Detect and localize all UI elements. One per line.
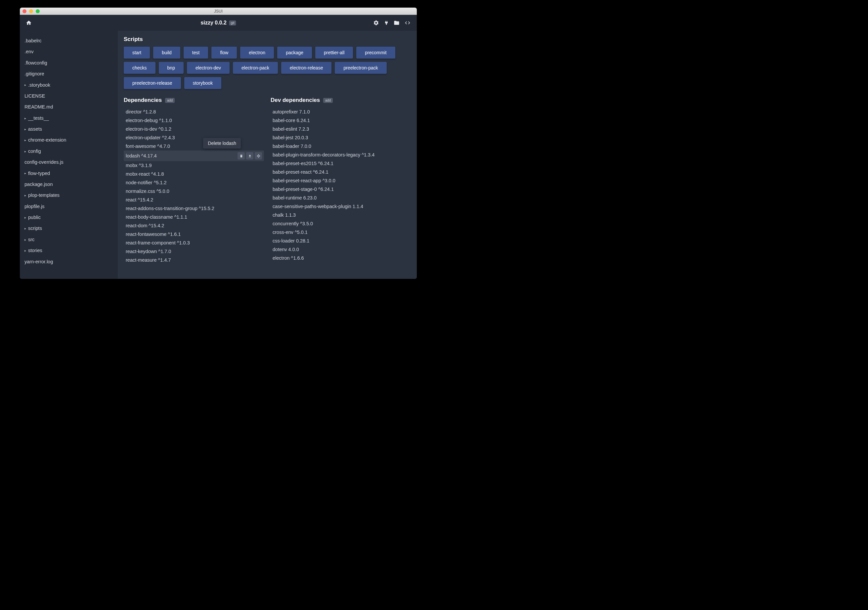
dependency-item[interactable]: node-notifier ^5.1.2 [124,178,264,187]
file-item[interactable]: .flowconfig [20,57,118,68]
dev-dependency-item[interactable]: babel-core 6.24.1 [271,116,411,125]
folder-item[interactable]: assets [20,124,118,135]
dev-dependency-item[interactable]: case-sensitive-paths-webpack-plugin 1.1.… [271,202,411,211]
file-item[interactable]: .env [20,46,118,57]
script-button[interactable]: electron-pack [233,62,278,74]
script-button[interactable]: bnp [159,62,184,74]
dependency-item[interactable]: react-dom ^15.4.2 [124,221,264,230]
script-button[interactable]: flow [211,46,237,59]
git-badge[interactable]: git [229,20,236,25]
script-button[interactable]: electron-release [281,62,332,74]
scripts-title: Scripts [124,36,143,43]
dependency-item[interactable]: react-body-classname ^1.1.1 [124,213,264,221]
folder-item[interactable]: __tests__ [20,113,118,124]
dev-dependency-item[interactable]: cross-env ^5.0.1 [271,228,411,237]
dependency-item[interactable]: react-measure ^1.4.7 [124,256,264,264]
code-icon[interactable] [404,20,411,26]
file-name: LICENSE [25,92,45,100]
dev-dependency-item[interactable]: babel-preset-react-app ^3.0.0 [271,176,411,185]
dependencies-add-button[interactable]: add [165,98,175,103]
file-item[interactable]: LICENSE [20,91,118,102]
folder-item[interactable]: flow-typed [20,168,118,179]
dependency-item[interactable]: react-fontawesome ^1.6.1 [124,230,264,238]
dependency-item[interactable]: electron-is-dev ^0.1.2 [124,125,264,133]
file-name: .babelrc [25,37,42,45]
folder-item[interactable]: config [20,146,118,157]
dependency-label: react-measure ^1.4.7 [126,257,171,263]
folder-item[interactable]: src [20,234,118,245]
file-item[interactable]: package.json [20,179,118,190]
dependency-item[interactable]: lodash ^4.17.4Delete lodash [124,150,264,161]
dev-dependency-item[interactable]: dotenv 4.0.0 [271,245,411,254]
home-icon[interactable] [26,20,32,26]
folder-item[interactable]: scripts [20,223,118,234]
script-button[interactable]: electron-dev [187,62,229,74]
plug-icon[interactable] [384,20,389,26]
folder-item[interactable]: stories [20,245,118,256]
dev-dependency-item[interactable]: babel-plugin-transform-decorators-legacy… [271,150,411,159]
dependency-item[interactable]: react-addons-css-transition-group ^15.5.… [124,204,264,213]
folder-item[interactable]: public [20,212,118,223]
file-name: chrome-extension [28,136,66,144]
file-item[interactable]: .gitignore [20,68,118,79]
file-item[interactable]: config-overrides.js [20,157,118,168]
upgrade-icon[interactable] [246,152,253,159]
dev-dependency-label: babel-preset-stage-0 ^6.24.1 [273,187,334,192]
dev-dependency-item[interactable]: chalk 1.1.3 [271,211,411,219]
dev-dependency-item[interactable]: babel-eslint 7.2.3 [271,125,411,133]
dependency-item[interactable]: mobx ^3.1.9 [124,161,264,170]
folder-icon[interactable] [394,20,400,26]
script-button[interactable]: test [184,46,208,59]
file-item[interactable]: yarn-error.log [20,256,118,267]
dependency-item[interactable]: font-awesome ^4.7.0 [124,142,264,150]
folder-item[interactable]: plop-templates [20,190,118,201]
file-item[interactable]: README.md [20,102,118,113]
dependency-item[interactable]: react ^15.4.2 [124,195,264,204]
script-button[interactable]: storybook [184,77,222,89]
dependency-label: react-body-classname ^1.1.1 [126,214,187,220]
dev-dependency-item[interactable]: babel-preset-react ^6.24.1 [271,168,411,176]
delete-icon[interactable] [237,152,245,159]
dev-dependency-item[interactable]: concurrently ^3.5.0 [271,219,411,228]
script-button[interactable]: electron [240,46,274,59]
script-button[interactable]: start [124,46,150,59]
script-button[interactable]: package [277,46,312,59]
settings-icon[interactable] [373,20,379,26]
script-button[interactable]: checks [124,62,155,74]
script-button[interactable]: build [153,46,180,59]
dependency-item[interactable]: director ^1.2.8 [124,107,264,116]
file-item[interactable]: .babelrc [20,36,118,46]
dev-dependency-item[interactable]: babel-runtime 6.23.0 [271,194,411,202]
dev-dependency-item[interactable]: babel-preset-stage-0 ^6.24.1 [271,185,411,194]
dependency-label: mobx ^3.1.9 [126,163,152,168]
minimize-window-button[interactable] [29,9,33,13]
file-item[interactable]: plopfile.js [20,201,118,212]
close-window-button[interactable] [23,9,26,13]
script-button[interactable]: precommit [356,46,395,59]
dependency-item[interactable]: mobx-react ^4.1.8 [124,170,264,178]
dependency-label: react-addons-css-transition-group ^15.5.… [126,206,214,211]
dev-dependency-item[interactable]: babel-preset-es2015 ^6.24.1 [271,159,411,168]
dev-dependency-item[interactable]: babel-loader 7.0.0 [271,142,411,150]
dependency-item[interactable]: electron-updater ^2.4.3 [124,133,264,142]
folder-item[interactable]: chrome-extension [20,135,118,146]
dev-dependency-item[interactable]: autoprefixer 7.1.0 [271,107,411,116]
dependency-item[interactable]: normalize.css ^5.0.0 [124,187,264,195]
move-icon[interactable] [255,152,262,159]
dev-dependency-label: chalk 1.1.3 [273,212,296,218]
script-button[interactable]: preelectron-release [124,77,181,89]
dev-dependencies-add-button[interactable]: add [323,98,333,103]
window-title: JSUI [214,9,223,14]
maximize-window-button[interactable] [36,9,40,13]
dependency-item[interactable]: react-frame-component ^1.0.3 [124,238,264,247]
file-name: config-overrides.js [25,158,64,166]
dev-dependency-item[interactable]: css-loader 0.28.1 [271,237,411,245]
folder-item[interactable]: .storybook [20,80,118,91]
dev-dependency-item[interactable]: babel-jest 20.0.3 [271,133,411,142]
dependency-item[interactable]: electron-debug ^1.1.0 [124,116,264,125]
dependency-item[interactable]: react-keydown ^1.7.0 [124,247,264,256]
script-button[interactable]: prettier-all [315,46,353,59]
script-button[interactable]: preelectron-pack [335,62,386,74]
dev-dependency-item[interactable]: electron ^1.6.6 [271,254,411,262]
dependencies-heading: Dependencies add [124,97,264,104]
